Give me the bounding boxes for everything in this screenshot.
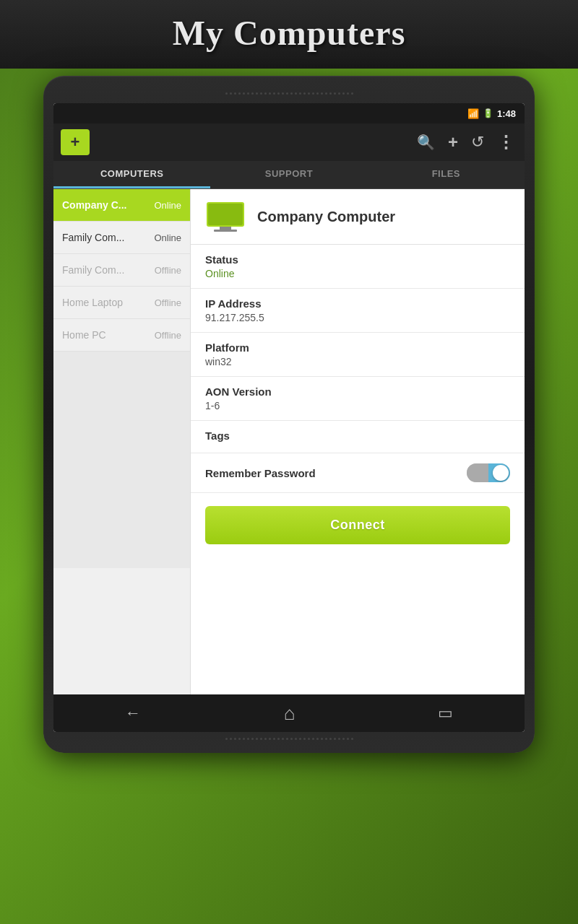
page-title: My Computers: [173, 14, 406, 52]
svg-rect-3: [214, 230, 237, 232]
computer-detail-panel: Company Computer Status Online IP Addres…: [191, 189, 525, 694]
sidebar-item-name: Family Com...: [62, 232, 124, 243]
more-options-icon[interactable]: ⋮: [497, 132, 514, 152]
detail-label-aon: AON Version: [205, 385, 510, 398]
svg-rect-2: [220, 227, 231, 230]
speaker-top: [53, 89, 525, 97]
speaker-dots-bottom: [225, 738, 353, 740]
tablet-shell: 📶 🔋 1:48 + 🔍 + ↺ ⋮: [43, 76, 535, 753]
detail-label-platform: Platform: [205, 341, 510, 354]
sidebar-item-family2[interactable]: Family Com... Offline: [53, 254, 190, 287]
toggle-knob: [493, 465, 509, 481]
screen: 📶 🔋 1:48 + 🔍 + ↺ ⋮: [53, 103, 525, 732]
sidebar-item-home-laptop[interactable]: Home Laptop Offline: [53, 287, 190, 319]
detail-value-aon: 1-6: [205, 400, 510, 411]
search-icon[interactable]: 🔍: [417, 134, 435, 151]
status-bar: 📶 🔋 1:48: [53, 103, 525, 123]
detail-value-ip: 91.217.255.5: [205, 312, 510, 323]
detail-label-ip: IP Address: [205, 297, 510, 310]
back-button[interactable]: ←: [111, 698, 155, 728]
refresh-icon[interactable]: ↺: [471, 133, 484, 152]
wifi-icon: 📶: [467, 108, 479, 119]
computer-name: Company Computer: [257, 209, 395, 225]
connect-button-area: Connect: [191, 493, 525, 557]
computer-list-sidebar: Company C... Online Family Com... Online…: [53, 189, 191, 694]
battery-icon: 🔋: [483, 108, 493, 118]
detail-row-tags: Tags: [191, 421, 525, 453]
app-logo-plus-icon: +: [71, 134, 80, 150]
main-content: Company C... Online Family Com... Online…: [53, 189, 525, 694]
speaker-dots-top: [225, 89, 353, 97]
sidebar-item-name: Company C...: [62, 199, 126, 211]
remember-password-row: Remember Password On: [191, 453, 525, 493]
sidebar-item-company[interactable]: Company C... Online: [53, 189, 190, 222]
sidebar-item-status: Offline: [155, 265, 181, 276]
sidebar-item-status: Online: [154, 200, 181, 211]
toolbar-icons: 🔍 + ↺ ⋮: [417, 132, 517, 152]
home-button[interactable]: ⌂: [269, 697, 310, 731]
sidebar-item-name: Home Laptop: [62, 297, 123, 308]
computer-detail-header: Company Computer: [191, 189, 525, 245]
sidebar-item-status: Offline: [155, 297, 181, 308]
detail-label-tags: Tags: [205, 430, 510, 442]
speaker-bottom: [53, 738, 525, 740]
bottom-nav-bar: ← ⌂ ▭: [53, 694, 525, 732]
detail-row-ip: IP Address 91.217.255.5: [191, 289, 525, 333]
status-time: 1:48: [497, 108, 516, 119]
detail-value-status: Online: [205, 268, 510, 279]
status-icons: 📶 🔋 1:48: [467, 108, 516, 119]
toggle-off-part: [467, 463, 488, 482]
recents-button[interactable]: ▭: [423, 698, 467, 728]
remember-password-label: Remember Password: [205, 467, 316, 479]
tab-computers[interactable]: COMPUTERS: [53, 161, 210, 188]
app-toolbar: + 🔍 + ↺ ⋮: [53, 123, 525, 161]
page-title-area: My Computers: [0, 0, 578, 69]
detail-row-status: Status Online: [191, 245, 525, 289]
connect-button[interactable]: Connect: [205, 506, 510, 544]
detail-row-platform: Platform win32: [191, 333, 525, 377]
sidebar-empty-area: [53, 352, 190, 568]
sidebar-item-name: Home PC: [62, 329, 106, 341]
sidebar-item-family1[interactable]: Family Com... Online: [53, 222, 190, 254]
computer-monitor-icon: [205, 201, 246, 232]
detail-label-status: Status: [205, 253, 510, 266]
sidebar-item-name: Family Com...: [62, 264, 124, 276]
remember-password-toggle[interactable]: On: [467, 463, 510, 482]
detail-row-aon: AON Version 1-6: [191, 377, 525, 421]
tabs-bar: COMPUTERS SUPPORT FILES: [53, 161, 525, 189]
sidebar-item-status: Offline: [155, 330, 181, 341]
app-logo: +: [61, 129, 90, 155]
sidebar-item-home-pc[interactable]: Home PC Offline: [53, 319, 190, 352]
tab-support[interactable]: SUPPORT: [210, 161, 367, 188]
tab-files[interactable]: FILES: [368, 161, 525, 188]
svg-rect-1: [208, 204, 243, 225]
add-icon[interactable]: +: [448, 132, 458, 152]
tablet-shell-wrapper: 📶 🔋 1:48 + 🔍 + ↺ ⋮: [43, 69, 535, 753]
sidebar-item-status: Online: [154, 232, 181, 243]
detail-value-platform: win32: [205, 356, 510, 367]
